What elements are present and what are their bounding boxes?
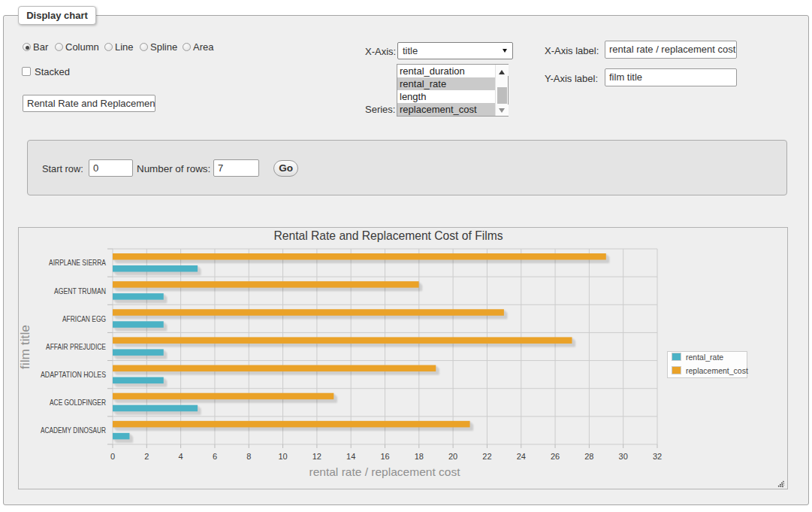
svg-text:30: 30 (619, 452, 628, 461)
svg-text:AIRPLANE SIERRA: AIRPLANE SIERRA (49, 258, 106, 267)
svg-text:22: 22 (482, 452, 491, 461)
svg-text:Rental Rate and Replacement Co: Rental Rate and Replacement Cost of Film… (274, 229, 503, 243)
svg-text:20: 20 (448, 452, 457, 461)
svg-text:2: 2 (144, 452, 149, 461)
svg-text:rental rate / replacement cost: rental rate / replacement cost (309, 465, 461, 478)
svg-text:AGENT TRUMAN: AGENT TRUMAN (54, 286, 106, 295)
svg-text:28: 28 (584, 452, 593, 461)
svg-text:ACADEMY DINOSAUR: ACADEMY DINOSAUR (41, 426, 106, 435)
svg-text:AFFAIR PREJUDICE: AFFAIR PREJUDICE (46, 342, 106, 351)
svg-text:rental_rate: rental_rate (686, 353, 723, 362)
svg-text:replacement_cost: replacement_cost (686, 366, 748, 375)
svg-text:0: 0 (110, 452, 115, 461)
svg-text:12: 12 (312, 452, 321, 461)
svg-text:10: 10 (278, 452, 287, 461)
svg-text:ACE GOLDFINGER: ACE GOLDFINGER (50, 398, 106, 407)
svg-text:24: 24 (517, 452, 526, 461)
svg-text:AFRICAN EGG: AFRICAN EGG (62, 314, 106, 323)
svg-text:8: 8 (246, 452, 251, 461)
svg-text:ADAPTATION HOLES: ADAPTATION HOLES (41, 370, 106, 379)
svg-text:16: 16 (380, 452, 389, 461)
svg-text:26: 26 (551, 452, 560, 461)
svg-text:32: 32 (653, 452, 662, 461)
svg-text:4: 4 (179, 452, 183, 461)
svg-text:6: 6 (213, 452, 217, 461)
svg-text:14: 14 (346, 452, 355, 461)
svg-text:18: 18 (415, 452, 424, 461)
svg-text:film title: film title (19, 325, 32, 369)
